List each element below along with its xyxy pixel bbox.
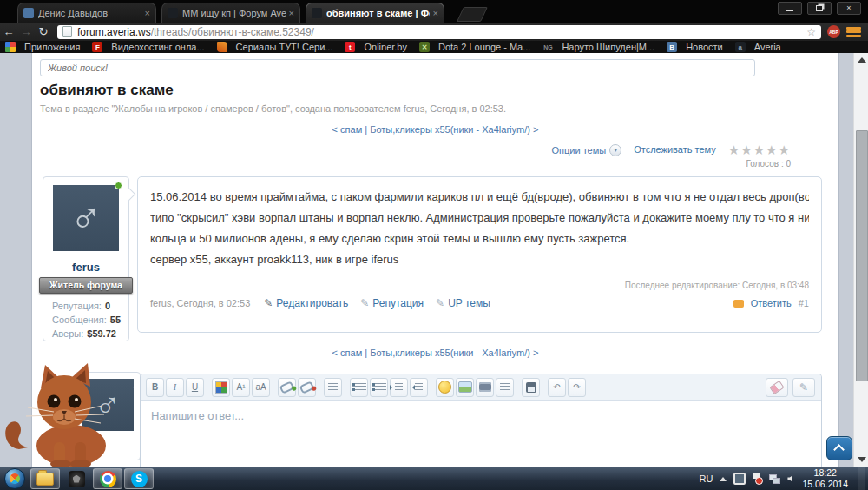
toolbar-glyph: U	[192, 382, 198, 392]
toolbar-gap	[343, 387, 349, 387]
action-reputation[interactable]: ✎ Репутация	[360, 297, 424, 309]
indent-button[interactable]	[390, 378, 408, 397]
show-desktop-button[interactable]	[858, 467, 865, 490]
user-avatar[interactable]: ♂	[53, 185, 119, 251]
tab-close-icon[interactable]: ×	[145, 8, 150, 18]
bookmark-averia[interactable]: a Averia	[735, 42, 781, 52]
reply-link[interactable]: Ответить	[751, 298, 792, 308]
drafts-save-button[interactable]	[522, 378, 540, 397]
tab-favicon	[312, 8, 322, 18]
smilies-button[interactable]	[436, 378, 454, 397]
chrome-menu-icon[interactable]	[846, 26, 861, 38]
bookmark-video[interactable]: F Видеохостинг онла...	[92, 42, 204, 52]
taskbar-explorer-button[interactable]	[30, 468, 60, 489]
reply-textarea[interactable]	[141, 401, 821, 467]
bold-button[interactable]: B	[146, 378, 164, 397]
windows-taskbar: S RU 18:22 15.06.2014	[0, 467, 868, 490]
bookmark-news[interactable]: В Новости	[667, 42, 723, 52]
bookmark-star-icon[interactable]: ☆	[806, 26, 816, 38]
outdent-button[interactable]	[410, 378, 428, 397]
close-button[interactable]: ×	[837, 2, 861, 15]
adblock-icon[interactable]: ABP	[827, 25, 840, 38]
forward-button[interactable]: →	[17, 25, 35, 38]
reply-bubble-icon	[733, 300, 744, 308]
eraser-button[interactable]	[766, 378, 788, 397]
bbcode-toggle-button[interactable]: ✎	[792, 378, 815, 397]
undo-button[interactable]: ↶	[548, 378, 566, 397]
toolbar-glyph: I	[174, 382, 176, 392]
reply-user-avatar: ♂	[82, 379, 134, 431]
bookmark-apps[interactable]: Приложения	[5, 42, 80, 52]
text-color-button[interactable]	[212, 378, 230, 397]
online-indicator	[115, 182, 122, 189]
bookmark-naruto[interactable]: NG Наруто Шипуден|М...	[542, 42, 654, 52]
underline-button[interactable]: U	[186, 378, 204, 397]
post-meta[interactable]: ferus, Сегодня, в 02:53	[150, 298, 250, 308]
action-center-flag-icon[interactable]	[753, 473, 762, 484]
post-text-line: типо "скрысил" хэви ворпал штаны и ворпа…	[150, 208, 809, 228]
action-up-topic[interactable]: ✎ UP темы	[436, 297, 490, 309]
font-size-button[interactable]: A¹	[232, 378, 250, 397]
reload-button[interactable]: ↻	[35, 25, 52, 38]
taskbar-clock[interactable]: 18:22 15.06.2014	[802, 467, 848, 490]
scrollbar[interactable]	[853, 53, 868, 467]
rating-stars[interactable]: ★★★★★	[728, 144, 791, 156]
unlink-button[interactable]	[298, 378, 316, 397]
bookmark-serials[interactable]: Сериалы ТУТ! Сери...	[217, 42, 333, 52]
thread-subtitle: Тема в разделе "Жалобы на игроков / спам…	[40, 103, 506, 114]
hidden-icons-arrow[interactable]	[720, 477, 727, 481]
thread-options-button[interactable]: Опции темы ▾	[552, 144, 622, 156]
scroll-to-top-button[interactable]	[826, 436, 852, 460]
font-family-button[interactable]: aA	[252, 378, 270, 397]
bookmark-label: Новости	[686, 42, 723, 52]
scrollbar-thumb[interactable]	[856, 130, 868, 381]
tab-thread[interactable]: обвиняют в скаме | Фор ×	[306, 3, 444, 23]
redo-button[interactable]: ↷	[568, 378, 586, 397]
tab-vk[interactable]: Денис Давыдов ×	[17, 3, 156, 23]
tab-title: обвиняют в скаме | Фор	[326, 8, 430, 18]
scrollbar-down-arrow[interactable]	[858, 457, 866, 462]
insert-quote-button[interactable]	[496, 378, 514, 397]
minimize-button[interactable]	[778, 2, 802, 15]
volume-icon[interactable]	[787, 475, 792, 482]
scrollbar-up-arrow[interactable]	[858, 57, 866, 63]
bookmark-favicon: a	[735, 42, 746, 52]
thread-nav-top[interactable]: < спам | Боты,кликеры x55(ники - Xa4lari…	[32, 124, 838, 135]
back-button[interactable]: ←	[0, 25, 17, 38]
network-icon[interactable]	[769, 474, 780, 484]
bookmark-dota[interactable]: ✕ Dota 2 Lounge - Ma...	[419, 42, 530, 52]
restore-button[interactable]	[807, 2, 832, 15]
tab-close-icon[interactable]: ×	[289, 8, 294, 18]
bookmark-onliner[interactable]: t Onliner.by	[345, 42, 407, 52]
bullet-list-button[interactable]	[350, 378, 368, 397]
italic-button[interactable]: I	[166, 378, 184, 397]
insert-media-button[interactable]	[476, 378, 494, 397]
pencil-icon: ✎	[264, 297, 273, 309]
toolbar-icon	[352, 383, 366, 391]
language-indicator[interactable]: RU	[700, 473, 713, 484]
new-tab-button[interactable]	[457, 7, 488, 22]
forum-content: обвиняют в скаме Тема в разделе "Жалобы …	[31, 53, 839, 467]
address-bar[interactable]: forum.averia.ws /threads/обвиняют-в-скам…	[57, 25, 821, 39]
tab-forum-mm[interactable]: ММ ищу кп | Форум Ave ×	[161, 3, 300, 23]
tab-close-icon[interactable]: ×	[433, 8, 438, 18]
insert-image-button[interactable]	[456, 378, 474, 397]
start-button[interactable]	[4, 468, 25, 489]
live-search-input[interactable]	[40, 59, 755, 76]
alignment-button[interactable]	[324, 378, 342, 397]
numbered-list-button[interactable]	[370, 378, 388, 397]
action-edit[interactable]: ✎ Редактировать	[264, 297, 348, 309]
url-host: forum.averia.ws	[77, 26, 151, 38]
taskbar-wot-button[interactable]	[62, 468, 91, 489]
post-number[interactable]: #1	[799, 298, 809, 308]
insert-link-button[interactable]	[278, 378, 296, 397]
taskbar-skype-button[interactable]: S	[124, 468, 154, 489]
username-link[interactable]: ferus	[43, 261, 128, 274]
tray-program-icon[interactable]	[733, 473, 746, 485]
watch-thread-link[interactable]: Отслеживать тему	[634, 144, 716, 155]
toolbar-glyph: aA	[255, 382, 266, 392]
thread-nav-bottom[interactable]: < спам | Боты,кликеры x55(ники - Xa4lari…	[32, 348, 838, 358]
bookmark-label: Onliner.by	[364, 42, 407, 52]
taskbar-chrome-button[interactable]	[93, 468, 122, 489]
post-text-line: кольца и 50 милионов адены, я ему сделаю…	[150, 228, 809, 249]
